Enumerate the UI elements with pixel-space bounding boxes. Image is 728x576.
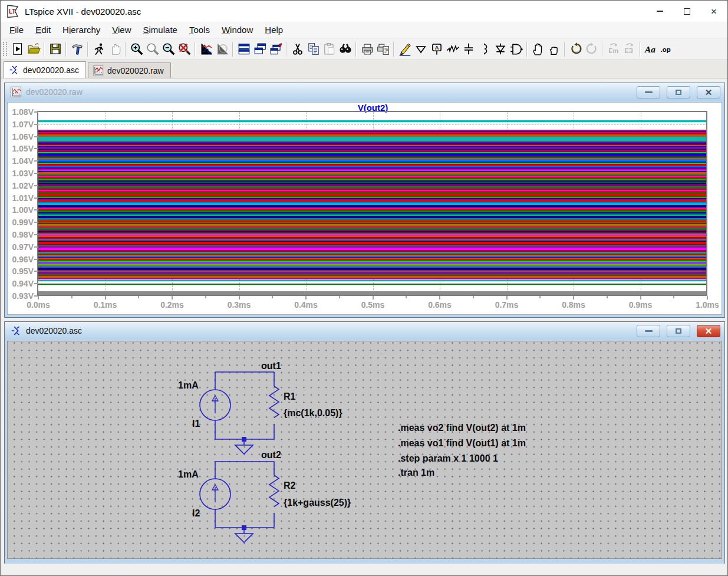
waveform-icon <box>93 65 104 76</box>
x-axis-label: 0.3ms <box>220 300 258 310</box>
resistor-name-R1[interactable]: R1 <box>284 391 295 402</box>
schematic-close-button[interactable]: ✕ <box>697 325 720 337</box>
menu-window[interactable]: Window <box>216 22 259 37</box>
y-axis-label: 1.07V <box>8 120 34 129</box>
schematic-minimize-button[interactable] <box>637 325 660 337</box>
tab-dev020020-raw[interactable]: dev020020.raw <box>88 62 171 78</box>
menu-simulate[interactable]: Simulate <box>137 22 183 37</box>
spice-directive-icon[interactable]: .op <box>659 40 675 58</box>
tile-vertical-icon[interactable] <box>252 40 268 58</box>
resistor-R1 <box>269 386 279 417</box>
pencil-edit-icon[interactable] <box>397 40 413 58</box>
source-name-I2[interactable]: I2 <box>192 508 200 519</box>
app-minimize-button[interactable] <box>646 1 673 22</box>
y-axis-label: 0.94V <box>8 279 34 288</box>
drag-icon[interactable] <box>546 40 562 58</box>
rotate-icon: EƎ <box>621 40 637 58</box>
capacitor-icon[interactable] <box>460 40 476 58</box>
zoom-full-icon[interactable] <box>176 40 192 58</box>
toolbar-separator <box>393 42 394 57</box>
resistor-name-R2[interactable]: R2 <box>284 480 295 491</box>
cascade-windows-icon[interactable] <box>268 40 284 58</box>
waveform-maximize-button[interactable] <box>667 86 690 98</box>
y-axis-label: 1.05V <box>8 144 34 153</box>
component-icon[interactable] <box>508 40 524 58</box>
inductor-icon[interactable] <box>476 40 492 58</box>
y-axis-label: 0.93V <box>8 291 34 301</box>
tile-horizontal-icon[interactable] <box>236 40 252 58</box>
source-value-I1[interactable]: 1mA <box>178 380 199 391</box>
cut-icon[interactable] <box>289 40 305 58</box>
copy-icon[interactable] <box>305 40 321 58</box>
waveform-minimize-button[interactable] <box>637 86 660 98</box>
x-axis-label: 0.6ms <box>421 300 459 310</box>
menu-file[interactable]: File <box>4 22 29 37</box>
undo-icon[interactable] <box>568 40 584 58</box>
source-value-I2[interactable]: 1mA <box>178 469 199 480</box>
autorange-plot-icon[interactable] <box>198 40 214 58</box>
junction-dot <box>242 437 246 442</box>
print-preview-icon[interactable] <box>375 40 391 58</box>
menu-hierarchy[interactable]: Hierarchy <box>57 22 106 37</box>
waveform-window-titlebar[interactable]: dev020020.raw ✕ <box>5 83 724 101</box>
schematic-canvas[interactable]: out1 1mA I1 R1 {mc(1k,0.05)} out2 1mA I2… <box>7 341 722 559</box>
run-simulation-icon[interactable] <box>91 40 107 58</box>
control-panel-icon[interactable] <box>69 40 85 58</box>
resistor-R2 <box>269 475 279 506</box>
status-bar <box>1 564 727 575</box>
net-label-icon[interactable]: A <box>429 40 444 58</box>
x-axis-minor-tick <box>673 296 674 298</box>
x-axis-label: 0.0ms <box>19 300 57 310</box>
waveform-window-title: dev020020.raw <box>26 87 630 97</box>
tab-dev020020-asc[interactable]: dev020020.asc <box>4 61 86 78</box>
menu-tools[interactable]: Tools <box>183 22 216 37</box>
zoom-in-icon[interactable] <box>129 40 144 58</box>
waveform-plot-pane[interactable]: V(out2) 1.08V1.07V1.06V1.05V1.04V1.03V1.… <box>7 102 722 315</box>
x-axis-tick <box>573 296 574 299</box>
new-schematic-icon[interactable] <box>9 40 25 58</box>
plot-settings-icon <box>214 40 230 58</box>
source-name-I1[interactable]: I1 <box>192 419 200 429</box>
spice-directive-step[interactable]: .step param x 1 1000 1 <box>398 453 498 464</box>
menu-help[interactable]: Help <box>259 22 289 37</box>
waveform-close-button[interactable]: ✕ <box>697 86 720 98</box>
plot-trace-area[interactable] <box>38 112 707 296</box>
menu-edit[interactable]: Edit <box>29 22 57 37</box>
plot-title[interactable]: V(out2) <box>38 103 707 113</box>
x-axis-minor-tick <box>272 296 273 298</box>
toolbar-grip[interactable] <box>3 42 7 56</box>
resistor-icon[interactable] <box>444 40 460 58</box>
toolbar-separator <box>602 42 603 57</box>
menu-view[interactable]: View <box>106 22 137 37</box>
resistor-value-R2[interactable]: {1k+gauss(25)} <box>284 498 351 508</box>
resistor-value-R1[interactable]: {mc(1k,0.05)} <box>284 408 342 419</box>
open-file-icon[interactable] <box>25 40 41 58</box>
app-maximize-button[interactable] <box>673 1 700 22</box>
text-tool-icon[interactable]: Aa <box>643 40 659 58</box>
x-axis-label: 0.5ms <box>354 300 392 310</box>
save-icon[interactable] <box>47 40 63 58</box>
find-icon[interactable] <box>337 40 353 58</box>
redo-icon <box>584 40 599 58</box>
x-axis-label: 0.4ms <box>287 300 325 310</box>
schematic-maximize-button[interactable] <box>667 325 690 337</box>
net-label-out2[interactable]: out2 <box>261 450 281 460</box>
schematic-window-titlebar[interactable]: dev020020.asc ✕ <box>5 322 724 340</box>
waveform-window: dev020020.raw ✕ V(out2) 1.08V1.07V1.06V1… <box>4 83 725 318</box>
menu-bar: FileEditHierarchyViewSimulateToolsWindow… <box>1 22 727 38</box>
spice-directive-meas-vo2[interactable]: .meas vo2 find V(out2) at 1m <box>398 423 526 433</box>
spice-directive-meas-vo1[interactable]: .meas vo1 find V(out1) at 1m <box>398 438 526 449</box>
x-axis-label: 0.7ms <box>488 300 526 310</box>
print-icon[interactable] <box>359 40 375 58</box>
spice-directive-tran[interactable]: .tran 1m <box>398 468 434 478</box>
diode-icon[interactable] <box>492 40 508 58</box>
app-close-button[interactable]: × <box>700 1 727 22</box>
zoom-out-icon[interactable] <box>160 40 176 58</box>
net-label-out1[interactable]: out1 <box>261 361 281 371</box>
voltage-trace <box>38 278 707 279</box>
x-axis-minor-tick <box>607 296 608 298</box>
ground-symbol-icon[interactable] <box>413 40 429 58</box>
app-titlebar[interactable]: LT LTspice XVII - dev020020.asc × <box>1 1 727 22</box>
move-icon[interactable] <box>530 40 546 58</box>
x-axis-tick <box>239 296 240 299</box>
